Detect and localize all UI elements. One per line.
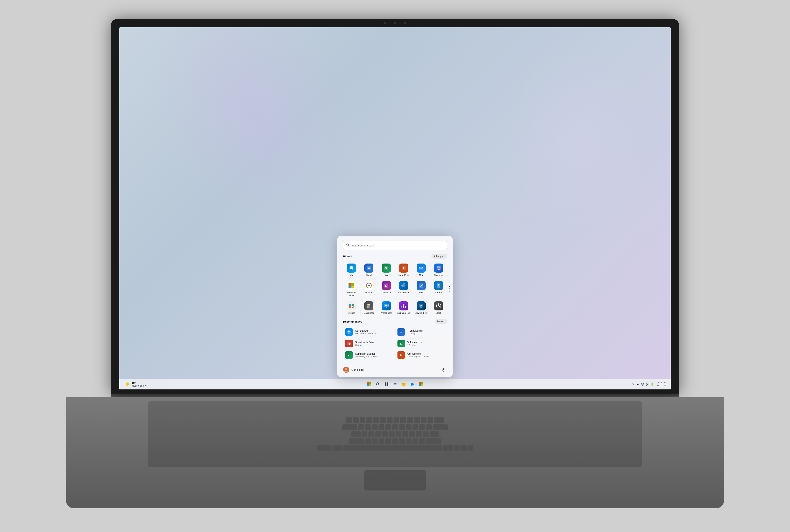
app-utilities[interactable]: Utilities bbox=[343, 299, 360, 316]
app-edge[interactable]: Edge bbox=[343, 262, 360, 278]
taskbar-edge-button[interactable] bbox=[409, 380, 416, 388]
app-excel[interactable]: X Excel bbox=[378, 262, 394, 278]
rec-sustainable[interactable]: PDF Sustainable Seas 2h ago bbox=[343, 338, 394, 349]
app-snipping[interactable]: Snipping Tool bbox=[396, 299, 412, 316]
key-row-2 bbox=[152, 424, 638, 430]
key bbox=[389, 431, 394, 437]
moviestv-label: Movies & TV bbox=[415, 312, 427, 314]
key bbox=[382, 431, 388, 437]
power-button[interactable] bbox=[440, 366, 447, 373]
key bbox=[409, 431, 415, 437]
app-journal[interactable]: Journal bbox=[430, 279, 447, 298]
svg-rect-29 bbox=[349, 304, 351, 306]
file-explorer-button[interactable] bbox=[400, 380, 407, 388]
chevron-up-icon[interactable] bbox=[631, 382, 635, 386]
more-button[interactable]: More › bbox=[435, 319, 447, 324]
svg-rect-39 bbox=[367, 307, 368, 308]
key bbox=[362, 431, 367, 437]
svg-rect-43 bbox=[386, 307, 387, 308]
app-word[interactable]: W Word bbox=[361, 262, 377, 278]
key bbox=[433, 424, 448, 430]
app-msstore[interactable]: Microsoft Store bbox=[343, 279, 360, 298]
mail-icon bbox=[417, 264, 426, 272]
all-apps-button[interactable]: All apps › bbox=[431, 254, 447, 259]
svg-point-65 bbox=[345, 368, 347, 370]
search-bar[interactable]: Type here to search bbox=[343, 241, 447, 250]
recommended-grid: Get Started Welcome to Windows W bbox=[343, 327, 447, 360]
app-moviestv[interactable]: Movies & TV bbox=[413, 299, 429, 316]
app-clock[interactable]: Clock bbox=[430, 299, 447, 316]
svg-point-72 bbox=[394, 383, 396, 384]
svg-rect-77 bbox=[419, 384, 421, 386]
word-icon: W bbox=[364, 264, 373, 272]
key bbox=[416, 431, 422, 437]
pagination-dots bbox=[449, 286, 450, 291]
key-row-5 bbox=[152, 445, 638, 451]
rec-get-started[interactable]: Get Started Welcome to Windows bbox=[343, 327, 394, 337]
screen-bezel: Type here to search Pinned All apps › bbox=[111, 19, 679, 394]
app-phonelink[interactable]: Phone Link bbox=[396, 279, 412, 298]
time-display[interactable]: 11:11 AM 10/27/2022 bbox=[656, 381, 668, 387]
pinned-grid: Edge W Word bbox=[343, 262, 447, 316]
journal-label: Journal bbox=[435, 291, 442, 294]
sustainable-icon: PDF bbox=[345, 340, 353, 347]
key bbox=[379, 438, 384, 444]
app-calculator[interactable]: Calculator bbox=[361, 299, 377, 316]
svg-rect-25 bbox=[440, 284, 441, 288]
chevron-right-icon-2: › bbox=[444, 320, 444, 323]
network-icon[interactable]: ☁ bbox=[636, 382, 640, 386]
key bbox=[372, 438, 378, 444]
weather-widget[interactable]: 68°F Mostly Sunny bbox=[122, 380, 149, 388]
app-photos[interactable]: Photos bbox=[361, 279, 377, 298]
file-explorer-icon bbox=[402, 382, 406, 386]
key bbox=[414, 417, 420, 423]
rec-text-campaign: Campaign Budget Yesterday at 4:24 PM bbox=[355, 353, 377, 358]
snipping-label: Snipping Tool bbox=[397, 312, 410, 314]
key bbox=[353, 417, 359, 423]
task-view-button[interactable] bbox=[383, 380, 390, 388]
clock-label: Clock bbox=[436, 312, 442, 314]
svg-text:W: W bbox=[367, 266, 371, 270]
app-onenote[interactable]: N OneNote bbox=[378, 279, 394, 298]
taskbar-store-button[interactable] bbox=[417, 380, 425, 388]
svg-text:X: X bbox=[348, 354, 349, 357]
wallpaper-shape-2 bbox=[506, 48, 650, 233]
msstore-label: Microsoft Store bbox=[344, 291, 359, 297]
key bbox=[351, 431, 361, 437]
touchpad[interactable] bbox=[364, 470, 426, 491]
svg-point-73 bbox=[396, 383, 397, 384]
key bbox=[358, 424, 364, 430]
app-mail[interactable]: Mail bbox=[413, 262, 429, 278]
svg-text:PDF: PDF bbox=[348, 343, 351, 345]
svg-text:N: N bbox=[385, 284, 387, 287]
rec-volunteer[interactable]: X Volunteer List 12h ago bbox=[396, 338, 447, 349]
camera-dot-left bbox=[384, 22, 386, 24]
key bbox=[373, 417, 379, 423]
battery-icon[interactable]: 🔋 bbox=[650, 382, 654, 386]
teams-button[interactable] bbox=[391, 380, 399, 388]
pinned-header: Pinned All apps › bbox=[343, 254, 447, 259]
rec-oceans[interactable]: P Our Oceans Yesterday at 1:15 PM bbox=[396, 350, 447, 360]
app-powerpoint[interactable]: P PowerPoint bbox=[396, 262, 412, 278]
key bbox=[316, 445, 331, 451]
svg-rect-21 bbox=[404, 284, 404, 284]
recommended-header: Recommended More › bbox=[343, 319, 447, 324]
rec-tshirt[interactable]: W T-Shirt Design 17m ago bbox=[396, 327, 447, 337]
volume-icon[interactable]: 🔊 bbox=[646, 382, 650, 386]
app-todo[interactable]: To Do bbox=[413, 279, 429, 298]
user-name: Guri Holter bbox=[351, 368, 364, 371]
key bbox=[368, 431, 374, 437]
time-text: 11:11 AM bbox=[656, 381, 668, 384]
start-button[interactable] bbox=[365, 380, 373, 388]
svg-rect-71 bbox=[387, 384, 388, 386]
svg-rect-13 bbox=[351, 283, 354, 286]
phonelink-icon bbox=[399, 281, 408, 290]
key bbox=[380, 417, 386, 423]
wifi-icon[interactable] bbox=[640, 382, 644, 386]
get-started-icon bbox=[345, 328, 353, 336]
app-whiteboard[interactable]: Whiteboard bbox=[378, 299, 394, 316]
taskbar-search-button[interactable] bbox=[374, 380, 381, 388]
rec-campaign[interactable]: X Campaign Budget Yesterday at 4:24 PM bbox=[343, 350, 394, 360]
app-calendar[interactable]: 📅 Calendar bbox=[430, 262, 447, 278]
user-info[interactable]: Guri Holter bbox=[343, 367, 364, 373]
